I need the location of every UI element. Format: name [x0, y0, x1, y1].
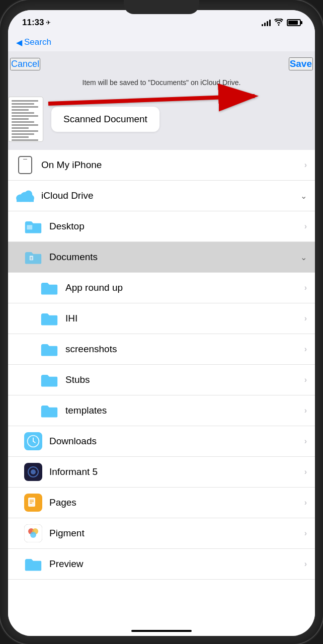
back-arrow-icon: ◀ — [16, 38, 22, 47]
item-label-on-my-iphone: On My iPhone — [41, 159, 304, 171]
svg-rect-18 — [28, 498, 35, 507]
home-indicator — [131, 630, 192, 632]
chevron-right-informant: › — [304, 467, 307, 476]
item-label-downloads: Downloads — [49, 436, 304, 447]
folder-icon-preview — [24, 555, 42, 573]
item-label-screenshots: screenshots — [65, 344, 304, 355]
sheet-subtitle: Item will be saved to "Documents" on iCl… — [8, 76, 315, 93]
wifi-icon — [274, 19, 283, 27]
list-item-pages[interactable]: Pages › — [8, 488, 315, 518]
svg-rect-4 — [17, 198, 34, 202]
item-label-preview: Preview — [49, 558, 304, 570]
status-time: 11:33 ✈ — [22, 18, 51, 28]
item-label-informant-5: Informant 5 — [49, 466, 304, 477]
signal-bar-4 — [269, 20, 271, 26]
chevron-right-ihi: › — [304, 314, 307, 323]
folder-icon-ihi — [40, 309, 58, 328]
svg-point-5 — [25, 191, 32, 198]
svg-point-25 — [30, 532, 36, 538]
signal-bar-3 — [267, 21, 268, 26]
item-label-desktop: Desktop — [49, 221, 304, 232]
phone-frame: 11:33 ✈ — [0, 0, 323, 644]
svg-point-16 — [31, 469, 36, 474]
item-label-pigment: Pigment — [49, 528, 304, 539]
item-label-app-round-up: App round up — [65, 282, 304, 293]
notch — [124, 0, 199, 14]
list-item-app-round-up[interactable]: App round up › — [8, 273, 315, 303]
file-list: On My iPhone › iCloud Drive — [8, 150, 315, 626]
item-label-templates: templates — [65, 405, 304, 416]
doc-name-bubble: Scanned Document — [51, 107, 159, 132]
chevron-right-downloads: › — [304, 437, 307, 446]
svg-rect-7 — [30, 256, 33, 260]
chevron-right-screenshots: › — [304, 345, 307, 354]
home-indicator-area — [8, 626, 315, 636]
list-item-desktop[interactable]: Desktop › — [8, 211, 315, 242]
list-item-on-my-iphone[interactable]: On My iPhone › — [8, 150, 315, 181]
sheet-header: Cancel Save — [8, 51, 315, 76]
chevron-right-stubs: › — [304, 375, 307, 384]
item-label-documents: Documents — [49, 252, 300, 263]
chevron-right-templates: › — [304, 406, 307, 415]
item-label-pages: Pages — [49, 497, 304, 508]
battery-icon — [287, 19, 301, 26]
icloud-icon — [16, 187, 34, 205]
chevron-right-pigment: › — [304, 529, 307, 538]
chevron-right-pages: › — [304, 498, 307, 507]
folder-icon-documents — [24, 248, 42, 266]
list-item-pigment[interactable]: Pigment › — [8, 518, 315, 549]
chevron-down-documents: ⌄ — [300, 253, 307, 262]
status-right — [262, 19, 301, 27]
folder-icon-app-round-up — [40, 279, 58, 297]
chevron-right-preview: › — [304, 559, 307, 569]
list-item-stubs[interactable]: Stubs › — [8, 365, 315, 395]
item-label-icloud-drive: iCloud Drive — [41, 190, 300, 201]
list-item-preview[interactable]: Preview › — [8, 549, 315, 580]
signal-bars — [262, 19, 271, 26]
list-item-icloud-drive[interactable]: iCloud Drive ⌄ — [8, 181, 315, 211]
chevron-right-desktop: › — [304, 222, 307, 231]
folder-icon-templates — [40, 401, 58, 420]
pigment-icon — [24, 524, 42, 542]
item-label-stubs: Stubs — [65, 374, 304, 385]
list-item-screenshots[interactable]: screenshots › — [8, 334, 315, 365]
list-item-ihi[interactable]: IHI › — [8, 303, 315, 334]
pages-icon — [24, 494, 42, 512]
cancel-button[interactable]: Cancel — [10, 58, 40, 70]
list-item-downloads[interactable]: Downloads › — [8, 426, 315, 457]
folder-icon-screenshots — [40, 340, 58, 358]
signal-bar-1 — [262, 24, 263, 26]
chevron-right-app-round-up: › — [304, 283, 307, 292]
folder-icon-desktop — [24, 217, 42, 235]
iphone-icon — [16, 156, 34, 174]
time-label: 11:33 — [22, 18, 44, 28]
item-label-ihi: IHI — [65, 313, 304, 324]
chevron-down-icon: ⌄ — [300, 191, 307, 201]
back-nav[interactable]: ◀ Search — [8, 35, 315, 51]
save-button[interactable]: Save — [289, 57, 313, 70]
svg-rect-6 — [27, 225, 32, 229]
list-item-documents[interactable]: Documents ⌄ — [8, 242, 315, 273]
sheet-area: Cancel Save Item will be saved to "Docum… — [8, 51, 315, 150]
doc-thumbnail — [8, 97, 43, 142]
back-text[interactable]: Search — [24, 37, 51, 47]
chevron-right-icon: › — [304, 160, 307, 170]
location-icon: ✈ — [46, 19, 51, 26]
downloads-icon — [24, 432, 42, 450]
signal-bar-2 — [264, 23, 266, 26]
phone-screen: 11:33 ✈ — [8, 10, 315, 636]
folder-icon-stubs — [40, 371, 58, 389]
list-item-informant-5[interactable]: Informant 5 › — [8, 457, 315, 488]
doc-preview-area: Scanned Document — [8, 93, 315, 150]
list-item-templates[interactable]: templates › — [8, 395, 315, 426]
informant-icon — [24, 463, 42, 481]
